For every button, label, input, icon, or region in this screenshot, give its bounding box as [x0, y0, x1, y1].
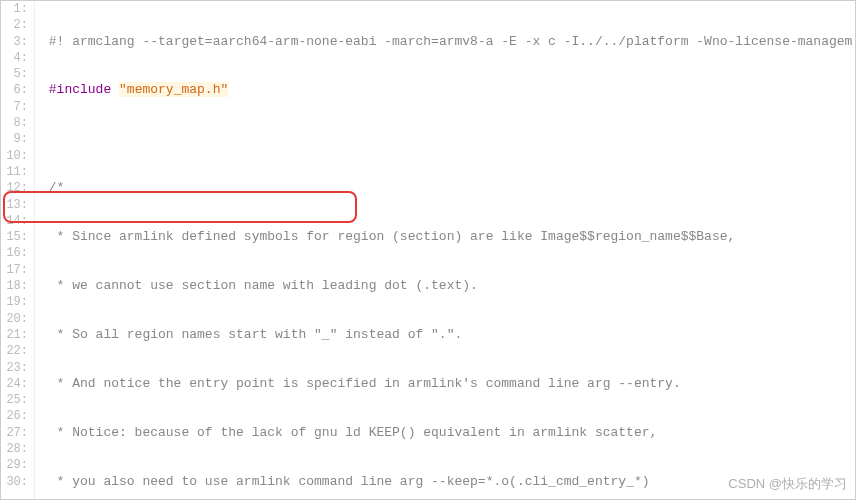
line-number: 21:: [1, 327, 28, 343]
line-number: 1:: [1, 1, 28, 17]
line-number: 3:: [1, 34, 28, 50]
line-number: 8:: [1, 115, 28, 131]
line-number: 9:: [1, 131, 28, 147]
line-number: 22:: [1, 343, 28, 359]
code-line: #include "memory_map.h": [41, 82, 855, 98]
code-line: /*: [41, 180, 855, 196]
line-number: 28:: [1, 441, 28, 457]
line-number: 14:: [1, 213, 28, 229]
line-number: 15:: [1, 229, 28, 245]
code-line: * So all region names start with "_" ins…: [41, 327, 855, 343]
code-content[interactable]: #! armclang --target=aarch64-arm-none-ea…: [35, 1, 855, 500]
line-number: 12:: [1, 180, 28, 196]
line-number: 7:: [1, 99, 28, 115]
code-line: * And notice the entry point is specifie…: [41, 376, 855, 392]
line-number: 25:: [1, 392, 28, 408]
line-number: 4:: [1, 50, 28, 66]
line-number: 19:: [1, 294, 28, 310]
line-number: 24:: [1, 376, 28, 392]
line-number: 2:: [1, 17, 28, 33]
line-number: 20:: [1, 311, 28, 327]
code-line: * we cannot use section name with leadin…: [41, 278, 855, 294]
line-number: 17:: [1, 262, 28, 278]
line-number: 10:: [1, 148, 28, 164]
line-number-gutter: 1: 2: 3: 4: 5: 6: 7: 8: 9: 10: 11: 12: 1…: [1, 1, 35, 500]
line-number: 26:: [1, 408, 28, 424]
line-number: 29:: [1, 457, 28, 473]
code-line: [41, 131, 855, 147]
watermark-text: CSDN @快乐的学习: [728, 475, 847, 493]
line-number: 11:: [1, 164, 28, 180]
line-number: 13:: [1, 197, 28, 213]
line-number: 30:: [1, 474, 28, 490]
line-number: 27:: [1, 425, 28, 441]
code-line: #! armclang --target=aarch64-arm-none-ea…: [41, 34, 855, 50]
line-number: 6:: [1, 82, 28, 98]
line-number: 23:: [1, 360, 28, 376]
line-number: 16:: [1, 245, 28, 261]
code-editor: 1: 2: 3: 4: 5: 6: 7: 8: 9: 10: 11: 12: 1…: [1, 1, 855, 500]
line-number: 18:: [1, 278, 28, 294]
code-line: * Since armlink defined symbols for regi…: [41, 229, 855, 245]
line-number: 5:: [1, 66, 28, 82]
code-line: * Notice: because of the lack of gnu ld …: [41, 425, 855, 441]
